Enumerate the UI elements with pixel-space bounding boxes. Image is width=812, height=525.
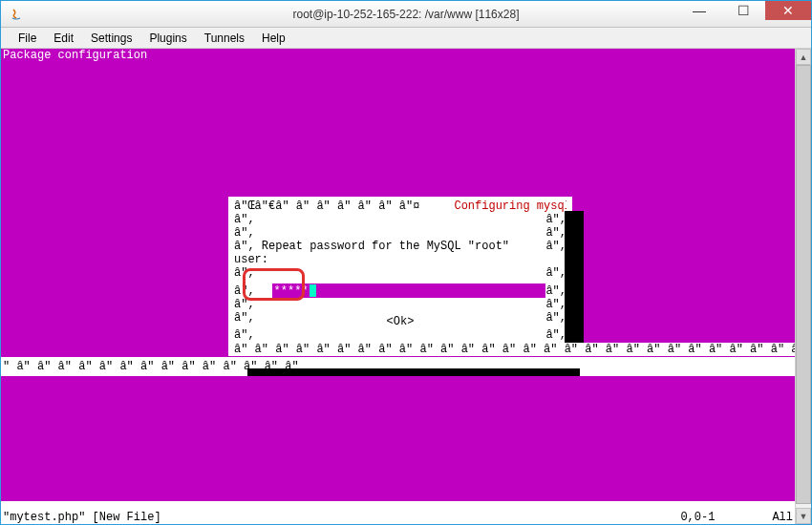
password-input[interactable]: ***** [272, 284, 546, 298]
menu-plugins[interactable]: Plugins [141, 30, 194, 47]
status-mode: All [772, 511, 793, 524]
border-side: â", [234, 213, 255, 226]
dialog-title: Configuring mysql-server-5.5 [454, 200, 566, 213]
java-icon [9, 7, 24, 22]
text-cursor [310, 284, 316, 297]
close-button[interactable]: ✕ [765, 1, 811, 20]
vim-status-line: "mytest.php" [New File] 0,0-1 All [1, 511, 795, 524]
window-titlebar: root@ip-10-252-165-222: /var/www [116x28… [1, 1, 811, 28]
border-side: â", [234, 284, 255, 298]
border-top-left: â"Œâ"€â" â" â" â" â" â" â"¤ [234, 200, 419, 213]
menu-tunnels[interactable]: Tunnels [197, 30, 252, 47]
terminal-area: Package configuration â"Œâ"€â" â" â" â" … [1, 49, 811, 524]
password-prompt: Repeat password for the MySQL "root" use… [234, 240, 509, 266]
border-side: â", [545, 226, 566, 240]
border-side: â", [545, 311, 566, 328]
dialog-title-row: â"Œâ"€â" â" â" â" â" â" â"¤ Configuring … [234, 200, 566, 213]
border-side: â", [545, 284, 566, 298]
border-side: â", [234, 311, 255, 328]
border-side: â", [545, 328, 566, 342]
menu-file[interactable]: File [11, 30, 44, 47]
border-side: â", [545, 266, 566, 280]
vertical-scrollbar[interactable]: ▲ ▼ [795, 49, 811, 524]
terminal-background-bottom [1, 376, 795, 501]
scroll-thumb[interactable] [796, 65, 811, 504]
mysql-config-dialog: â"Œâ"€â" â" â" â" â" â" â"¤ Configuring … [228, 197, 572, 343]
dialog-border-bottom: â" â" â" â" â" â" â" â" â" â" â" â" â" â… [228, 343, 795, 356]
scroll-down-button[interactable]: ▼ [796, 508, 811, 524]
border-side: â", [234, 226, 255, 240]
border-side: â", [545, 240, 566, 266]
ok-button[interactable]: <Ok> [255, 315, 546, 328]
menu-help[interactable]: Help [254, 30, 293, 47]
border-side: â", [234, 328, 255, 342]
menu-edit[interactable]: Edit [46, 30, 81, 47]
border-side: â", [545, 298, 566, 311]
window-title: root@ip-10-252-165-222: /var/www [116x28… [293, 8, 520, 21]
menu-bar: File Edit Settings Plugins Tunnels Help [1, 28, 811, 49]
menu-settings[interactable]: Settings [83, 30, 139, 47]
dialog-shadow [565, 211, 584, 354]
package-config-header: Package configuration [3, 49, 147, 62]
terminal-content[interactable]: Package configuration â"Œâ"€â" â" â" â" … [1, 49, 795, 524]
border-side: â", [234, 298, 255, 311]
border-side: â", [234, 240, 255, 253]
window-controls: — ☐ ✕ [677, 1, 811, 27]
minimize-button[interactable]: — [677, 1, 721, 20]
password-masked: ***** [274, 284, 309, 298]
border-side: â", [545, 213, 566, 226]
password-field-row: â", ***** â", [234, 284, 566, 298]
border-side: â", [234, 266, 255, 280]
scroll-up-button[interactable]: ▲ [796, 49, 811, 65]
status-position: 0,0-1 [680, 511, 715, 524]
maximize-button[interactable]: ☐ [721, 1, 765, 20]
status-filename: "mytest.php" [New File] [3, 511, 680, 524]
